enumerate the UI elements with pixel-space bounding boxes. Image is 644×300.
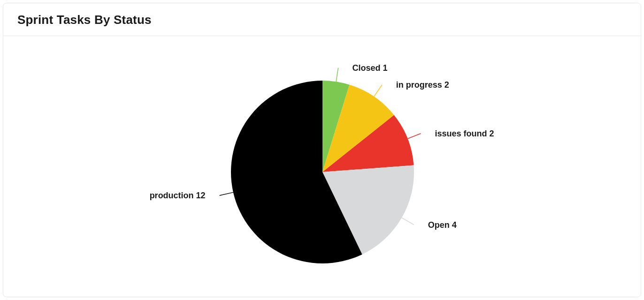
slice-label: Open 4: [428, 220, 457, 230]
slice-label: production 12: [150, 191, 206, 200]
card-header: Sprint Tasks By Status: [3, 3, 641, 36]
leader-line: [402, 218, 414, 225]
leader-line: [336, 68, 338, 82]
slice-label: Closed 1: [353, 63, 388, 73]
leader-line: [408, 134, 421, 139]
card-title: Sprint Tasks By Status: [17, 13, 627, 27]
pie-chart: Closed 1in progress 2issues found 2Open …: [3, 36, 641, 297]
leader-line: [220, 192, 233, 195]
slice-label: in progress 2: [396, 80, 449, 90]
sprint-status-card: Sprint Tasks By Status Closed 1in progre…: [3, 3, 641, 297]
slice-label: issues found 2: [435, 129, 494, 138]
chart-area: Closed 1in progress 2issues found 2Open …: [3, 36, 641, 297]
leader-line: [374, 85, 382, 97]
